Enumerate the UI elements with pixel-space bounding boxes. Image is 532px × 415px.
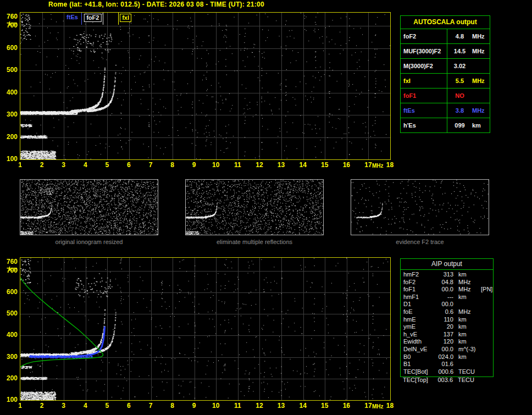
- aip-row-extra: [478, 346, 493, 353]
- y-tick-label-bottom: 500: [3, 310, 18, 317]
- aip-panel-title: AIP output: [401, 259, 493, 270]
- aip-row-unit: [453, 361, 478, 368]
- x-tick-label-top: 10: [210, 162, 221, 168]
- autoscala-row: M(3000)F23.02: [401, 58, 490, 73]
- y-tick-label-bottom: 300: [3, 353, 18, 360]
- aip-row-value: 024.0: [433, 353, 453, 361]
- x-tick-label-top: 3: [58, 162, 69, 168]
- aip-row-label: hmE: [401, 316, 433, 324]
- autoscala-row-label: foF2: [401, 33, 447, 40]
- aip-row: foE0.6MHz: [401, 308, 493, 316]
- thumbnail-caption-f2-trace: evidence F2 trace: [351, 239, 489, 245]
- x-tick-label-bottom: 3: [58, 402, 69, 409]
- aip-row: hmF2313km: [401, 271, 493, 279]
- autoscala-row-label: fxI: [401, 78, 447, 84]
- x-tick-label-top: 8: [167, 162, 178, 168]
- aip-row-value: 00.0: [433, 286, 453, 294]
- aip-row-value: 120: [433, 338, 453, 346]
- aip-row-extra: [478, 353, 493, 361]
- autoscala-row-label: M(3000)F2: [401, 63, 447, 69]
- x-tick-label-top: 12: [254, 162, 265, 168]
- profile-ionogram-canvas: [20, 258, 390, 400]
- fxi-marker-line: [118, 13, 119, 25]
- aip-row-extra: [477, 377, 494, 384]
- aip-row-extra: [478, 368, 493, 376]
- aip-row-extra: [478, 294, 493, 301]
- aip-row-value: 00.0: [433, 346, 453, 353]
- thumbnail-caption-multiple-reflections: eliminate multiple reflections: [185, 239, 324, 245]
- aip-row-label: B0: [401, 353, 433, 361]
- autoscala-row: MUF(3000)F214.5MHz: [401, 43, 490, 58]
- aip-output-panel: AIP output hmF2313kmfoF204.8MHzfoF100.0M…: [400, 258, 494, 377]
- aip-row-unit: km: [453, 294, 478, 301]
- x-axis-unit-top: MHz: [372, 163, 384, 169]
- autoscala-row: h'Es099km: [401, 118, 490, 132]
- aip-row-label: hmF2: [401, 271, 433, 279]
- autoscala-row-valuecell: 099km: [447, 118, 490, 132]
- aip-row-label: B1: [401, 361, 433, 368]
- aip-row-value: ---: [433, 294, 453, 301]
- x-tick-label-bottom: 13: [276, 402, 287, 409]
- aip-row-extra: [478, 316, 493, 324]
- aip-row: foF100.0MHz[PN]: [401, 286, 493, 294]
- x-tick-label-bottom: 5: [102, 402, 113, 409]
- aip-row-unit: MHz: [453, 286, 478, 294]
- aip-row-label: hmF1: [401, 294, 433, 301]
- aip-row-unit: km: [453, 323, 478, 331]
- x-tick-label-bottom: 16: [341, 402, 352, 409]
- aip-row: h_vE137km: [401, 331, 493, 339]
- aip-row-extra: [478, 301, 493, 308]
- autoscala-row-value: NO: [447, 92, 472, 99]
- thumbnail-original-canvas: [20, 180, 158, 235]
- y-tick-label-top: 400: [3, 89, 18, 96]
- x-tick-label-top: 6: [123, 162, 134, 168]
- aip-row-value: 00.0: [433, 301, 453, 308]
- x-tick-label-bottom: 9: [189, 402, 199, 409]
- x-tick-label-bottom: 1: [15, 402, 26, 409]
- x-tick-label-top: 11: [232, 162, 243, 168]
- autoscala-row-unit: km: [472, 122, 490, 129]
- y-tick-label-top: 500: [3, 67, 18, 73]
- aip-tec-top-row: TEC[Top]003.6TECU: [400, 377, 494, 384]
- thumbnail-f2-trace: [351, 179, 489, 235]
- aip-row: D100.0: [401, 301, 493, 308]
- autoscala-row-unit: MHz: [472, 107, 490, 114]
- aip-row-extra: [478, 331, 493, 339]
- aip-row-extra: [478, 338, 493, 346]
- aip-row-value: 0.6: [433, 308, 453, 316]
- autoscala-row-value: 4.8: [447, 33, 472, 40]
- y-axis-unit-top: km: [3, 20, 18, 27]
- aip-row: B101.6: [401, 361, 493, 368]
- thumbnail-f2-trace-canvas: [351, 180, 489, 235]
- y-tick-label-bottom: 760: [3, 258, 18, 265]
- x-tick-label-bottom: 2: [36, 402, 47, 409]
- autoscala-row-valuecell: 3.02: [447, 59, 490, 73]
- aip-row: B0024.0km: [401, 353, 493, 361]
- x-tick-label-bottom: 15: [319, 402, 330, 409]
- aip-row-label: TEC[Bot]: [401, 368, 433, 376]
- aip-row-value: 04.8: [433, 279, 453, 286]
- x-tick-label-top: 18: [385, 162, 396, 168]
- x-tick-label-top: 5: [102, 162, 113, 168]
- autoscala-row-label: MUF(3000)F2: [401, 48, 447, 54]
- aip-row-label: TEC[Top]: [400, 377, 432, 384]
- y-tick-label-top: 760: [3, 13, 18, 20]
- y-tick-label-bottom: 200: [3, 375, 18, 381]
- autoscala-row-unit: MHz: [472, 48, 490, 54]
- x-tick-label-top: 13: [276, 162, 287, 168]
- thumbnail-multiple-reflections: [185, 179, 324, 235]
- aip-row-unit: TECU: [453, 377, 477, 384]
- y-tick-label-top: 300: [3, 111, 18, 118]
- aip-row-value: 01.6: [433, 361, 453, 368]
- thumbnail-caption-original: original ionogram resized: [20, 239, 158, 245]
- y-axis-unit-bottom: km: [3, 265, 18, 272]
- aip-row-extra: [478, 271, 493, 279]
- autoscala-row-label: ftEs: [401, 107, 447, 114]
- y-tick-label-bottom: 400: [3, 331, 18, 338]
- autoscala-row: ftEs3.8MHz: [401, 103, 490, 118]
- x-tick-label-bottom: 6: [123, 402, 134, 409]
- autoscala-row-unit: MHz: [472, 78, 490, 84]
- y-tick-label-bottom: 600: [3, 289, 18, 295]
- aip-row: Ewidth120km: [401, 338, 493, 346]
- aip-row-value: 20: [433, 323, 453, 331]
